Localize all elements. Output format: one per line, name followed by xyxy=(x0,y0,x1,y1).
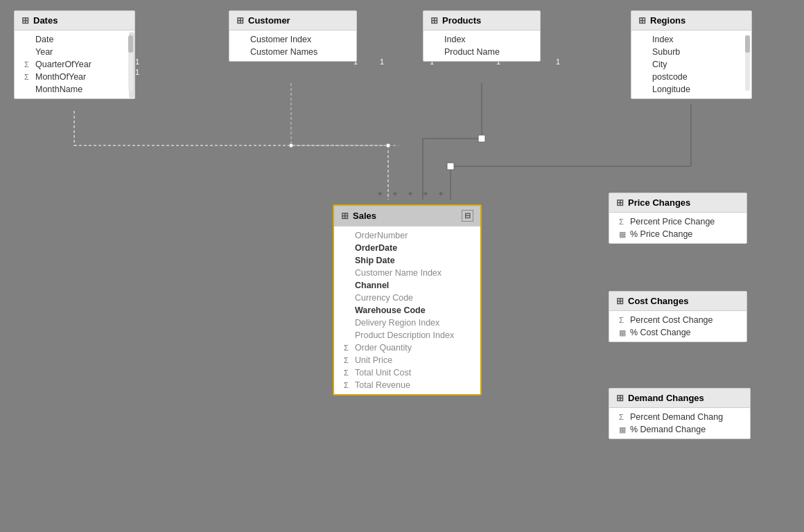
sales-table-body: OrderNumber OrderDate Ship Date Customer… xyxy=(334,227,480,394)
svg-text:1: 1 xyxy=(556,57,560,66)
field-name: Warehouse Code xyxy=(355,305,426,315)
field-name: Unit Price xyxy=(355,355,392,365)
customer-table: ⊞ Customer Customer Index Customer Names xyxy=(229,10,357,62)
sigma-icon: Σ xyxy=(24,73,33,81)
list-item: Longitude xyxy=(631,83,751,96)
customer-table-header: ⊞ Customer xyxy=(229,11,356,30)
field-name: Channel xyxy=(355,281,389,290)
field-name: Customer Names xyxy=(250,47,317,57)
price-changes-body: ΣPercent Price Change ▦% Price Change xyxy=(609,213,746,243)
svg-text:✦: ✦ xyxy=(376,189,383,199)
list-item: ΣPercent Price Change xyxy=(609,215,746,228)
field-name: Customer Name Index xyxy=(355,268,442,278)
list-item: Year xyxy=(15,46,134,58)
price-changes-title: Price Changes xyxy=(628,197,690,208)
products-table: ⊞ Products Index Product Name xyxy=(423,10,541,62)
svg-text:✦: ✦ xyxy=(437,189,444,199)
list-item: Suburb xyxy=(631,46,751,58)
field-name: Order Quantity xyxy=(355,343,412,353)
list-item: Index xyxy=(423,33,540,46)
list-item: Date xyxy=(15,33,134,46)
field-name: postcode xyxy=(652,72,688,82)
list-item: ΣTotal Unit Cost xyxy=(334,366,480,379)
list-item: Delivery Region Index xyxy=(334,317,480,329)
dates-table-icon: ⊞ xyxy=(21,15,29,26)
field-name: Index xyxy=(652,35,674,44)
field-name: MonthName xyxy=(35,85,82,94)
list-item: ΣTotal Revenue xyxy=(334,379,480,391)
svg-rect-19 xyxy=(447,163,454,170)
cost-changes-header: ⊞ Cost Changes xyxy=(609,292,746,311)
field-name: Currency Code xyxy=(355,293,413,303)
field-name: Percent Demand Chang xyxy=(630,412,723,422)
list-item: ΣPercent Cost Change xyxy=(609,314,746,326)
regions-table-header: ⊞ Regions xyxy=(631,11,751,30)
field-name: OrderDate xyxy=(355,243,397,253)
svg-text:✦: ✦ xyxy=(422,189,429,199)
field-name: Ship Date xyxy=(355,256,395,265)
list-item: ΣPercent Demand Chang xyxy=(609,411,750,423)
field-name: Index xyxy=(444,35,466,44)
sigma-icon: Σ xyxy=(619,413,627,421)
field-name: Product Name xyxy=(444,47,500,57)
field-name: Date xyxy=(35,35,53,44)
price-changes-icon: ⊞ xyxy=(616,197,624,208)
field-name: Product Description Index xyxy=(355,330,454,340)
list-item: City xyxy=(631,58,751,71)
field-name: Delivery Region Index xyxy=(355,318,439,328)
field-name: Customer Index xyxy=(250,35,311,44)
sigma-icon: Σ xyxy=(344,381,352,389)
price-changes-table: ⊞ Price Changes ΣPercent Price Change ▦%… xyxy=(609,193,747,244)
customer-table-title: Customer xyxy=(248,15,290,26)
dates-table: ⊞ Dates Date Year ΣQuarterOfYear ΣMonthO… xyxy=(14,10,135,99)
svg-point-25 xyxy=(289,143,293,148)
list-item: OrderDate xyxy=(334,242,480,254)
demand-changes-table: ⊞ Demand Changes ΣPercent Demand Chang ▦… xyxy=(609,388,751,439)
cost-changes-title: Cost Changes xyxy=(628,296,688,306)
field-name: OrderNumber xyxy=(355,231,408,240)
list-item: Product Description Index xyxy=(334,329,480,342)
sales-table-header: ⊞ Sales ⊟ xyxy=(334,206,480,227)
sigma-icon: Σ xyxy=(619,218,627,226)
demand-changes-header: ⊞ Demand Changes xyxy=(609,389,750,408)
list-item: Customer Index xyxy=(229,33,356,46)
products-table-title: Products xyxy=(442,15,481,26)
demand-changes-icon: ⊞ xyxy=(616,393,624,403)
sales-table-icon: ⊞ xyxy=(341,211,349,221)
dates-table-header: ⊞ Dates xyxy=(15,11,134,30)
svg-point-26 xyxy=(386,143,390,148)
list-item: ΣMonthOfYear xyxy=(15,71,134,83)
svg-text:1: 1 xyxy=(135,68,139,76)
field-name: Percent Price Change xyxy=(630,217,715,227)
table-field-icon: ▦ xyxy=(619,425,627,434)
dates-table-title: Dates xyxy=(33,15,58,26)
field-name: QuarterOfYear xyxy=(35,60,91,69)
field-name: City xyxy=(652,60,667,69)
products-table-icon: ⊞ xyxy=(430,15,438,26)
sigma-icon: Σ xyxy=(344,356,352,364)
list-item: ΣQuarterOfYear xyxy=(15,58,134,71)
svg-text:✦: ✦ xyxy=(392,189,399,199)
sales-edit-icon[interactable]: ⊟ xyxy=(462,210,473,222)
list-item: Warehouse Code xyxy=(334,304,480,317)
cost-changes-icon: ⊞ xyxy=(616,296,624,306)
list-item: ΣOrder Quantity xyxy=(334,342,480,354)
field-name: Total Unit Cost xyxy=(355,368,411,378)
list-item: Index xyxy=(631,33,751,46)
list-item: Product Name xyxy=(423,46,540,58)
svg-text:1: 1 xyxy=(380,57,384,66)
list-item: ΣUnit Price xyxy=(334,354,480,366)
cost-changes-body: ΣPercent Cost Change ▦% Cost Change xyxy=(609,311,746,342)
list-item: postcode xyxy=(631,71,751,83)
sigma-icon: Σ xyxy=(24,60,33,69)
sigma-icon: Σ xyxy=(344,369,352,377)
table-field-icon: ▦ xyxy=(619,328,627,337)
cost-changes-table: ⊞ Cost Changes ΣPercent Cost Change ▦% C… xyxy=(609,291,747,342)
demand-changes-title: Demand Changes xyxy=(628,393,704,403)
svg-text:1: 1 xyxy=(135,57,139,66)
demand-changes-body: ΣPercent Demand Chang ▦% Demand Change xyxy=(609,408,750,438)
list-item: Customer Name Index xyxy=(334,267,480,279)
field-name: % Demand Change xyxy=(630,425,706,434)
products-table-header: ⊞ Products xyxy=(423,11,540,30)
sigma-icon: Σ xyxy=(344,344,352,352)
